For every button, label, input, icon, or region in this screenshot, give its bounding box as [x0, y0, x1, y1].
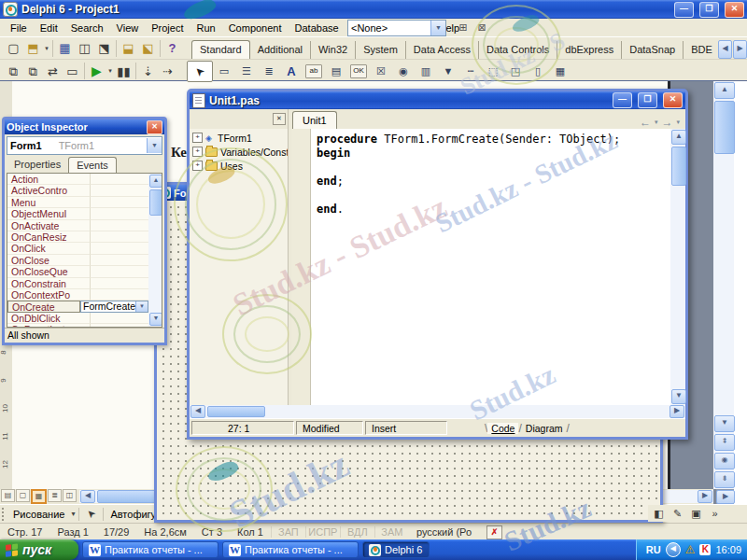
scroll-up-icon[interactable]: ▲	[149, 175, 162, 188]
pane-scroll-right[interactable]: ▶	[715, 489, 736, 504]
close-icon[interactable]: ✕	[273, 113, 286, 125]
checkbox-component[interactable]: ☒	[370, 61, 392, 82]
start-button[interactable]: пуск	[0, 539, 78, 560]
fill-color-icon[interactable]: ◧	[651, 507, 667, 521]
next-page-icon[interactable]: ⇟	[714, 471, 735, 488]
previous-page-icon[interactable]: ⇞	[714, 434, 735, 451]
scroll-left-icon[interactable]: ◀	[80, 490, 95, 503]
browse-back-icon[interactable]: ←	[638, 116, 653, 129]
tab-code[interactable]: Code	[487, 423, 518, 434]
tab-properties[interactable]: Properties	[7, 157, 68, 173]
chevron-down-icon[interactable]: ▼	[135, 301, 148, 311]
browse-back-dropdown-icon[interactable]: ▾	[653, 119, 660, 126]
normal-view-icon[interactable]: ▤	[1, 489, 15, 502]
scroll-up-icon[interactable]: ▲	[671, 130, 686, 145]
menu-item-edit[interactable]: Edit	[34, 21, 64, 35]
menu-item-view[interactable]: View	[110, 21, 146, 35]
chevron-down-icon[interactable]: ▾	[106, 67, 114, 75]
scroll-right-icon[interactable]: ▶	[669, 405, 684, 418]
word-vertical-scrollbar[interactable]: ▲ ▼ ⇞ ◉ ⇟	[713, 81, 734, 489]
button-component[interactable]: OK	[350, 64, 367, 78]
palette-tab-win32[interactable]: Win32	[311, 41, 356, 59]
close-icon[interactable]: ✕	[147, 120, 162, 134]
scroll-right-icon[interactable]: ▶	[698, 490, 712, 503]
tree-item[interactable]: + Uses	[190, 159, 288, 173]
event-row[interactable]: OnDeactivat	[7, 324, 148, 328]
status-toggle[interactable]: ЗАП	[271, 526, 305, 538]
cursor-tool[interactable]: ➤	[187, 61, 213, 82]
browse-forward-dropdown-icon[interactable]: ▾	[674, 119, 682, 126]
popupmenu-component[interactable]: ≣	[258, 61, 280, 82]
palette-tab-data-controls[interactable]: Data Controls	[479, 41, 557, 59]
edit-component[interactable]: ab	[305, 64, 322, 78]
toolbar-grip[interactable]	[2, 508, 7, 521]
maximize-button[interactable]: ❐	[638, 92, 657, 108]
event-row[interactable]: OnCreate FormCreate▼	[7, 301, 148, 312]
reading-view-icon[interactable]: ◫	[63, 489, 77, 502]
taskbar-button-1[interactable]: W Практика отчеты - ...	[222, 541, 359, 558]
palette-tab-system[interactable]: System	[356, 41, 406, 59]
editor-horizontal-scrollbar[interactable]: ◀ ▶	[190, 405, 685, 418]
event-row[interactable]: Action	[7, 174, 148, 185]
mainmenu-component[interactable]: ☰	[235, 61, 258, 82]
event-row[interactable]: Menu	[7, 197, 148, 208]
tree-item[interactable]: + ◈ TForm1	[190, 131, 288, 145]
radiogroup-component[interactable]: ◳	[504, 61, 527, 82]
status-toggle[interactable]: ИСПР	[305, 526, 340, 538]
memo-component[interactable]: ▤	[325, 61, 347, 82]
taskbar-button-0[interactable]: W Практика отчеты - ...	[82, 541, 218, 558]
tab-unit1[interactable]: Unit1	[292, 111, 337, 129]
event-row[interactable]: OnConstrain	[7, 278, 148, 289]
run-icon[interactable]: ▶	[87, 63, 106, 80]
trace-into-icon[interactable]: ⇣	[138, 63, 158, 80]
menu-item-database[interactable]: Database	[289, 21, 345, 35]
palette-tab-standard[interactable]: Standard	[191, 40, 250, 59]
language-indicator[interactable]: RU	[646, 544, 661, 555]
scroll-up-icon[interactable]: ▲	[714, 82, 735, 99]
save-icon[interactable]: ▦	[55, 39, 75, 57]
desktop-layout-combo[interactable]: <None> ▼	[347, 20, 446, 36]
expand-icon[interactable]: +	[192, 161, 203, 171]
event-row[interactable]: OnClose	[7, 255, 148, 266]
drawing-menu[interactable]: Рисование	[10, 508, 67, 521]
open-project-icon[interactable]: ◫	[75, 39, 94, 57]
scroll-down-icon[interactable]: ▼	[149, 313, 162, 326]
event-row[interactable]: OnCloseQue	[7, 266, 148, 277]
expand-icon[interactable]: +	[192, 133, 203, 143]
scroll-down-icon[interactable]: ▼	[671, 389, 686, 404]
view-form-icon[interactable]: ⬕	[138, 39, 158, 57]
scroll-left-icon[interactable]: ◀	[718, 40, 732, 59]
editor-vertical-scrollbar[interactable]: ▲ ▼	[670, 129, 685, 405]
palette-tab-additional[interactable]: Additional	[250, 41, 311, 59]
event-row[interactable]: ActiveContro	[7, 185, 148, 196]
step-over-icon[interactable]: ⇢	[158, 63, 177, 80]
radiobutton-component[interactable]: ◉	[392, 61, 415, 82]
event-row[interactable]: ObjectMenuI	[7, 208, 148, 219]
insert-picture-icon[interactable]: ▣	[688, 507, 704, 521]
toolbar-options-icon[interactable]: »	[707, 507, 723, 521]
scroll-right-icon[interactable]: ▶	[733, 40, 747, 59]
line-color-icon[interactable]: ✎	[669, 507, 685, 521]
status-toggle[interactable]: ЗАМ	[374, 526, 409, 538]
web-layout-icon[interactable]: ▢	[16, 489, 30, 502]
new-file-icon[interactable]: ▢	[4, 39, 23, 57]
help-icon[interactable]: ?	[162, 39, 182, 57]
set-debug-desktop-icon[interactable]: ⊠	[473, 20, 490, 35]
event-row[interactable]: OnClick	[7, 243, 148, 254]
scrollbar-component[interactable]: ▪▪▪	[459, 61, 482, 82]
new-form-icon[interactable]: ▭	[63, 63, 82, 80]
combobox-component[interactable]: ▼	[437, 61, 459, 82]
add-to-project-icon[interactable]: ⬔	[94, 39, 114, 57]
spelling-status-icon[interactable]: ✗	[486, 525, 502, 539]
menu-item-project[interactable]: Project	[145, 21, 190, 35]
tab-diagram[interactable]: Diagram	[522, 423, 567, 434]
select-browse-object-icon[interactable]: ◉	[714, 453, 735, 469]
chevron-down-icon[interactable]: ▼	[147, 138, 162, 153]
minimize-button[interactable]: —	[613, 92, 632, 108]
warning-tray-icon[interactable]: ⚠	[685, 543, 696, 556]
toggle-form-unit-icon[interactable]: ⇄	[43, 63, 63, 80]
pause-icon[interactable]: ▮▮	[114, 63, 134, 80]
event-row[interactable]: OnCanResiz	[7, 231, 148, 243]
actionlist-component[interactable]: ▦	[549, 61, 571, 82]
status-toggle[interactable]: ВДЛ	[340, 526, 374, 538]
